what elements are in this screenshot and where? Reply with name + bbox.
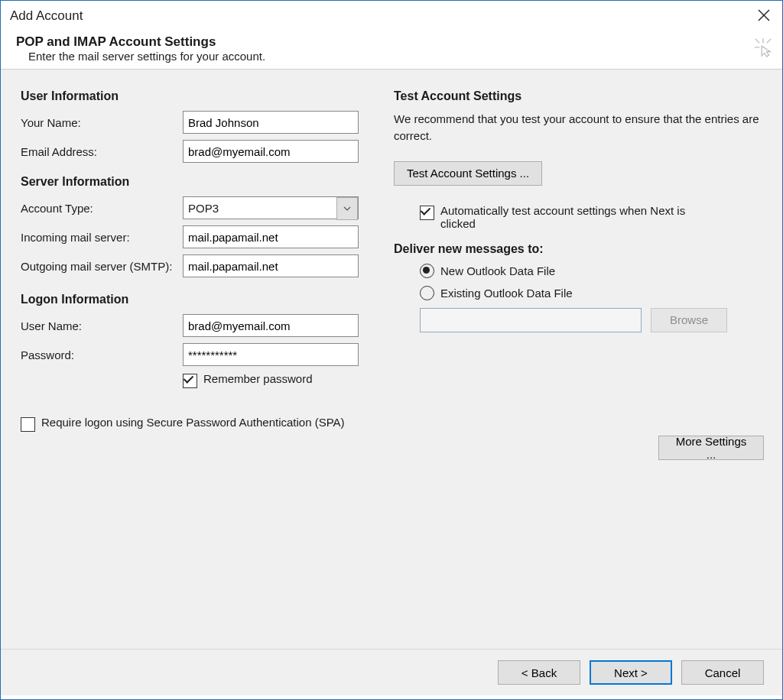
- existing-data-file-label: Existing Outlook Data File: [440, 287, 573, 300]
- chevron-down-icon[interactable]: [336, 197, 358, 220]
- new-data-file-label: New Outlook Data File: [440, 264, 555, 277]
- existing-data-file-path-input[interactable]: [420, 308, 642, 332]
- username-input[interactable]: [183, 314, 359, 337]
- account-type-select[interactable]: POP3: [183, 196, 359, 219]
- email-label: Email Address:: [21, 145, 183, 158]
- add-account-window: Add Account POP and IMAP Account Setting…: [0, 0, 783, 700]
- server-info-heading: Server Information: [21, 175, 365, 189]
- title-bar: Add Account: [1, 1, 782, 31]
- right-column: Test Account Settings We recommend that …: [394, 88, 765, 432]
- account-type-label: Account Type:: [21, 202, 183, 215]
- remember-password-label: Remember password: [203, 372, 313, 385]
- logon-info-heading: Logon Information: [21, 293, 365, 306]
- svg-line-2: [755, 39, 760, 44]
- incoming-server-input[interactable]: [183, 225, 359, 248]
- header-subtitle: Enter the mail server settings for your …: [16, 50, 782, 63]
- new-data-file-radio[interactable]: [420, 264, 434, 278]
- incoming-server-label: Incoming mail server:: [21, 231, 183, 244]
- spa-checkbox[interactable]: [21, 417, 35, 432]
- next-button[interactable]: Next >: [590, 660, 672, 685]
- svg-line-4: [767, 39, 772, 44]
- cursor-star-icon: [753, 37, 773, 62]
- header-title: POP and IMAP Account Settings: [16, 34, 782, 50]
- auto-test-checkbox[interactable]: [420, 206, 434, 220]
- account-type-value: POP3: [188, 202, 219, 215]
- browse-button: Browse: [651, 308, 727, 332]
- close-button[interactable]: [753, 5, 775, 27]
- window-title: Add Account: [10, 8, 83, 24]
- test-settings-heading: Test Account Settings: [394, 89, 765, 103]
- more-settings-button[interactable]: More Settings ...: [658, 436, 764, 460]
- cancel-button[interactable]: Cancel: [681, 660, 764, 685]
- username-label: User Name:: [21, 319, 183, 332]
- email-input[interactable]: [183, 140, 359, 163]
- auto-test-label: Automatically test account settings when…: [440, 204, 716, 230]
- your-name-input[interactable]: [183, 111, 359, 134]
- outgoing-server-input[interactable]: [183, 254, 359, 277]
- left-column: User Information Your Name: Email Addres…: [21, 88, 365, 432]
- password-input[interactable]: [183, 343, 359, 366]
- spa-label: Require logon using Secure Password Auth…: [41, 416, 345, 429]
- wizard-header: POP and IMAP Account Settings Enter the …: [1, 31, 782, 69]
- remember-password-checkbox[interactable]: [183, 374, 197, 388]
- user-info-heading: User Information: [21, 89, 365, 103]
- test-settings-description: We recommend that you test your account …: [394, 111, 765, 144]
- existing-data-file-radio[interactable]: [420, 286, 434, 300]
- outgoing-server-label: Outgoing mail server (SMTP):: [21, 260, 183, 273]
- wizard-footer: < Back Next > Cancel: [1, 649, 782, 695]
- back-button[interactable]: < Back: [498, 660, 580, 685]
- test-account-settings-button[interactable]: Test Account Settings ...: [394, 161, 542, 186]
- deliver-to-heading: Deliver new messages to:: [394, 242, 765, 256]
- your-name-label: Your Name:: [21, 116, 183, 129]
- body-panel: User Information Your Name: Email Addres…: [1, 69, 782, 695]
- password-label: Password:: [21, 348, 183, 361]
